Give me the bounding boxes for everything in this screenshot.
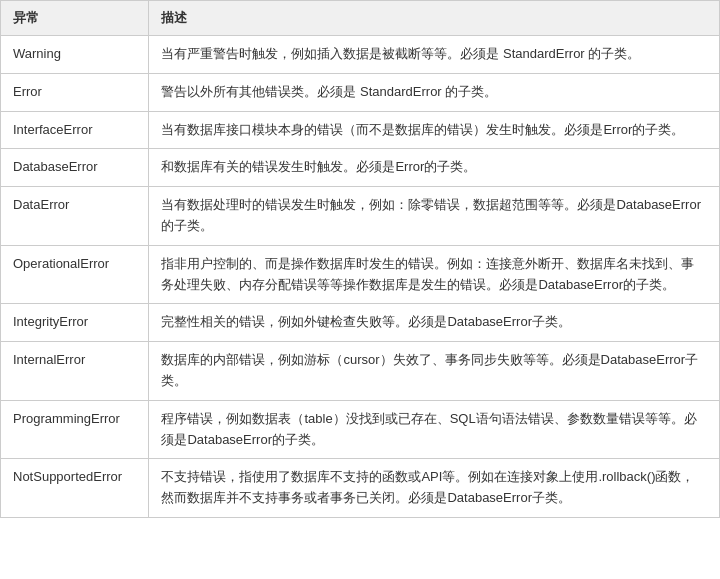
exception-desc: 程序错误，例如数据表（table）没找到或已存在、SQL语句语法错误、参数数量错… [149, 400, 719, 459]
exception-desc: 完整性相关的错误，例如外键检查失败等。必须是DatabaseError子类。 [149, 304, 719, 342]
exception-name: InternalError [1, 342, 149, 401]
table-row: InterfaceError当有数据库接口模块本身的错误（而不是数据库的错误）发… [1, 111, 719, 149]
exception-name: Warning [1, 36, 149, 74]
table-row: DataError当有数据处理时的错误发生时触发，例如：除零错误，数据超范围等等… [1, 187, 719, 246]
col-name-header: 异常 [1, 1, 149, 36]
exception-desc: 当有严重警告时触发，例如插入数据是被截断等等。必须是 StandardError… [149, 36, 719, 74]
table-row: ProgrammingError程序错误，例如数据表（table）没找到或已存在… [1, 400, 719, 459]
exception-name: DatabaseError [1, 149, 149, 187]
exception-desc: 和数据库有关的错误发生时触发。必须是Error的子类。 [149, 149, 719, 187]
table-row: Error警告以外所有其他错误类。必须是 StandardError 的子类。 [1, 73, 719, 111]
exception-name: ProgrammingError [1, 400, 149, 459]
exception-name: IntegrityError [1, 304, 149, 342]
col-desc-header: 描述 [149, 1, 719, 36]
table-row: OperationalError指非用户控制的、而是操作数据库时发生的错误。例如… [1, 245, 719, 304]
exception-desc: 指非用户控制的、而是操作数据库时发生的错误。例如：连接意外断开、数据库名未找到、… [149, 245, 719, 304]
exception-name: NotSupportedError [1, 459, 149, 517]
table-row: Warning当有严重警告时触发，例如插入数据是被截断等等。必须是 Standa… [1, 36, 719, 74]
exception-desc: 数据库的内部错误，例如游标（cursor）失效了、事务同步失败等等。必须是Dat… [149, 342, 719, 401]
table-row: DatabaseError和数据库有关的错误发生时触发。必须是Error的子类。 [1, 149, 719, 187]
exception-name: OperationalError [1, 245, 149, 304]
exception-name: InterfaceError [1, 111, 149, 149]
exception-name: DataError [1, 187, 149, 246]
table-header-row: 异常 描述 [1, 1, 719, 36]
exception-table: 异常 描述 Warning当有严重警告时触发，例如插入数据是被截断等等。必须是 … [0, 0, 720, 518]
exception-desc: 警告以外所有其他错误类。必须是 StandardError 的子类。 [149, 73, 719, 111]
exception-desc: 当有数据库接口模块本身的错误（而不是数据库的错误）发生时触发。必须是Error的… [149, 111, 719, 149]
exception-desc: 当有数据处理时的错误发生时触发，例如：除零错误，数据超范围等等。必须是Datab… [149, 187, 719, 246]
table-row: IntegrityError完整性相关的错误，例如外键检查失败等。必须是Data… [1, 304, 719, 342]
exception-desc: 不支持错误，指使用了数据库不支持的函数或API等。例如在连接对象上使用.roll… [149, 459, 719, 517]
table-row: InternalError数据库的内部错误，例如游标（cursor）失效了、事务… [1, 342, 719, 401]
exception-name: Error [1, 73, 149, 111]
table-row: NotSupportedError不支持错误，指使用了数据库不支持的函数或API… [1, 459, 719, 517]
